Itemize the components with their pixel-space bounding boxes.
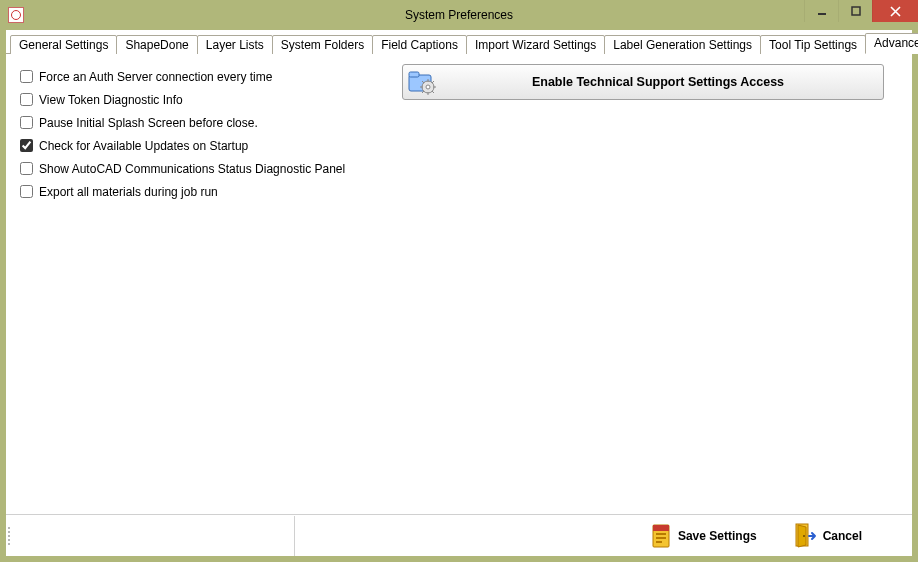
- svg-rect-0: [818, 13, 826, 15]
- check-label: View Token Diagnostic Info: [39, 93, 183, 107]
- check-force-auth-input[interactable]: [20, 70, 33, 83]
- svg-rect-18: [656, 541, 662, 543]
- tab-system-folders[interactable]: System Folders: [272, 35, 373, 55]
- tab-shapedone[interactable]: ShapeDone: [116, 35, 197, 55]
- tab-import-wizard-settings[interactable]: Import Wizard Settings: [466, 35, 605, 55]
- check-view-token[interactable]: View Token Diagnostic Info: [20, 91, 345, 108]
- tab-layer-lists[interactable]: Layer Lists: [197, 35, 273, 55]
- door-exit-icon: [795, 523, 817, 549]
- check-pause-splash[interactable]: Pause Initial Splash Screen before close…: [20, 114, 345, 131]
- toolbar-divider: [294, 516, 295, 556]
- check-label: Export all materials during job run: [39, 185, 218, 199]
- folder-gear-icon: [407, 68, 439, 96]
- tab-general-settings[interactable]: General Settings: [10, 35, 117, 55]
- check-label: Force an Auth Server connection every ti…: [39, 70, 272, 84]
- tab-label: Label Generation Settings: [613, 38, 752, 52]
- tab-label: Advanced Settings: [874, 36, 918, 50]
- maximize-button[interactable]: [838, 0, 872, 22]
- close-icon: [890, 6, 901, 17]
- advanced-checkbox-column: Force an Auth Server connection every ti…: [20, 68, 345, 200]
- check-label: Pause Initial Splash Screen before close…: [39, 116, 258, 130]
- check-view-token-input[interactable]: [20, 93, 33, 106]
- window-buttons: [804, 0, 918, 22]
- svg-point-21: [803, 535, 805, 537]
- check-label: Show AutoCAD Communications Status Diagn…: [39, 162, 345, 176]
- tab-label: Import Wizard Settings: [475, 38, 596, 52]
- window-frame: General Settings ShapeDone Layer Lists S…: [6, 30, 912, 556]
- tab-field-captions[interactable]: Field Captions: [372, 35, 467, 55]
- check-pause-splash-input[interactable]: [20, 116, 33, 129]
- enable-tech-support-label: Enable Technical Support Settings Access: [439, 75, 883, 89]
- close-button[interactable]: [872, 0, 918, 22]
- svg-line-10: [432, 91, 434, 93]
- svg-rect-15: [653, 525, 669, 531]
- toolbar-grip: [8, 515, 14, 556]
- maximize-icon: [851, 6, 861, 16]
- check-export-materials[interactable]: Export all materials during job run: [20, 183, 345, 200]
- check-updates-startup[interactable]: Check for Available Updates on Startup: [20, 137, 345, 154]
- save-settings-button[interactable]: Save Settings: [640, 519, 767, 553]
- window-title: System Preferences: [0, 8, 918, 22]
- svg-rect-1: [852, 7, 860, 15]
- tab-page-advanced: Force an Auth Server connection every ti…: [6, 54, 912, 514]
- tab-label: ShapeDone: [125, 38, 188, 52]
- footer-toolbar: Save Settings Cancel: [6, 514, 912, 556]
- check-autocad-panel[interactable]: Show AutoCAD Communications Status Diagn…: [20, 160, 345, 177]
- tab-label: General Settings: [19, 38, 108, 52]
- cancel-button[interactable]: Cancel: [785, 519, 872, 553]
- svg-rect-17: [656, 537, 666, 539]
- tab-label: Field Captions: [381, 38, 458, 52]
- save-icon: [650, 523, 672, 549]
- tab-label-generation-settings[interactable]: Label Generation Settings: [604, 35, 761, 55]
- check-label: Check for Available Updates on Startup: [39, 139, 248, 153]
- tab-advanced-settings[interactable]: Advanced Settings: [865, 33, 918, 54]
- minimize-icon: [817, 6, 827, 16]
- tab-label: System Folders: [281, 38, 364, 52]
- check-autocad-panel-input[interactable]: [20, 162, 33, 175]
- cancel-label: Cancel: [823, 529, 862, 543]
- app-icon: [8, 7, 24, 23]
- tab-label: Tool Tip Settings: [769, 38, 857, 52]
- minimize-button[interactable]: [804, 0, 838, 22]
- tab-strip: General Settings ShapeDone Layer Lists S…: [6, 30, 912, 54]
- tab-label: Layer Lists: [206, 38, 264, 52]
- check-updates-startup-input[interactable]: [20, 139, 33, 152]
- svg-line-11: [432, 81, 434, 83]
- svg-rect-16: [656, 533, 666, 535]
- check-export-materials-input[interactable]: [20, 185, 33, 198]
- check-force-auth[interactable]: Force an Auth Server connection every ti…: [20, 68, 345, 85]
- titlebar: System Preferences: [0, 0, 918, 30]
- save-settings-label: Save Settings: [678, 529, 757, 543]
- tab-tool-tip-settings[interactable]: Tool Tip Settings: [760, 35, 866, 55]
- svg-point-13: [426, 85, 430, 89]
- svg-rect-3: [409, 72, 419, 77]
- enable-tech-support-button[interactable]: Enable Technical Support Settings Access: [402, 64, 884, 100]
